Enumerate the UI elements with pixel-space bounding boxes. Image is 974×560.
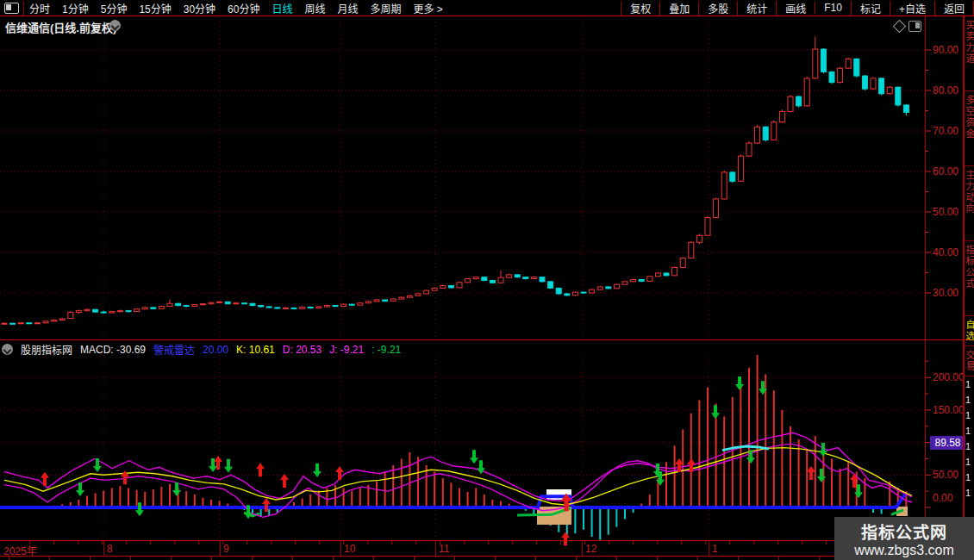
tab-标记[interactable]: 标记 bbox=[851, 1, 890, 16]
title-chevron-icon[interactable] bbox=[109, 20, 121, 31]
week-tick bbox=[295, 541, 296, 544]
week-tick bbox=[657, 541, 658, 544]
bottom-tick bbox=[171, 557, 172, 560]
window-icon[interactable] bbox=[4, 3, 19, 14]
panel-toggle-icon[interactable] bbox=[908, 21, 921, 32]
axis-vline bbox=[925, 16, 926, 556]
indicator-source: 股朋指标网 bbox=[21, 342, 72, 357]
sidebar-number[interactable]: 1 bbox=[965, 392, 974, 408]
year-label: 2025年 bbox=[3, 543, 37, 557]
bottom-tick bbox=[333, 557, 334, 560]
sidebar-number[interactable]: 1 bbox=[965, 485, 974, 501]
tab-多周期[interactable]: 多周期 bbox=[371, 1, 402, 16]
tab-月线[interactable]: 月线 bbox=[338, 1, 359, 16]
week-tick bbox=[705, 541, 706, 544]
tab-复权[interactable]: 复权 bbox=[621, 1, 659, 16]
bottom-tick bbox=[454, 557, 455, 560]
tab-返回[interactable]: 返回 bbox=[934, 1, 974, 16]
tab-叠加[interactable]: 叠加 bbox=[659, 1, 698, 16]
watermark-url: www.zbgs3.com bbox=[834, 543, 974, 558]
indicator-value-4: D: 20.53 bbox=[283, 344, 322, 356]
week-tick bbox=[222, 541, 223, 544]
month-label: 9 bbox=[223, 543, 229, 555]
sidebar-number[interactable]: 1 bbox=[965, 423, 974, 439]
bottom-tick bbox=[535, 557, 536, 560]
bottom-tick bbox=[211, 557, 212, 560]
bottom-tick bbox=[414, 557, 415, 560]
bottom-tick bbox=[657, 557, 658, 560]
toolbar-divider bbox=[0, 16, 974, 16]
tab-周线[interactable]: 周线 bbox=[304, 1, 325, 16]
week-tick bbox=[247, 541, 247, 544]
tab-1分钟[interactable]: 1分钟 bbox=[62, 1, 89, 16]
month-label: 10 bbox=[344, 543, 355, 555]
sidebar-item[interactable]: 多空资金 bbox=[965, 91, 974, 166]
bottom-tick bbox=[252, 557, 253, 560]
tab-5分钟[interactable]: 5分钟 bbox=[101, 1, 128, 16]
right-sidebar: 买卖力道多空资金主力动向指标公式自选交易11111111 bbox=[963, 16, 974, 560]
week-tick bbox=[826, 541, 827, 544]
watermark: 指标公式网 www.zbgs3.com bbox=[834, 517, 974, 560]
tab-60分钟[interactable]: 60分钟 bbox=[228, 1, 259, 16]
week-tick bbox=[78, 541, 78, 544]
week-tick bbox=[488, 541, 489, 544]
tab-分时[interactable]: 分时 bbox=[29, 1, 50, 16]
week-tick bbox=[367, 541, 368, 544]
sidebar-item[interactable]: 买卖力道 bbox=[965, 16, 974, 91]
sidebar-item-trade[interactable]: 交易 bbox=[965, 346, 974, 376]
indicator-chevron-icon[interactable] bbox=[2, 344, 13, 355]
tab-统计[interactable]: 统计 bbox=[737, 1, 776, 16]
tab-日线[interactable]: 日线 bbox=[272, 1, 292, 16]
month-separator bbox=[103, 541, 104, 556]
bottom-tick bbox=[373, 557, 374, 560]
dateaxis-bottom-line bbox=[0, 556, 974, 557]
period-tabs: 分时1分钟5分钟15分钟30分钟60分钟日线周线月线多周期更多 > bbox=[23, 1, 443, 16]
week-tick bbox=[29, 541, 30, 544]
sidebar-number[interactable]: 1 bbox=[965, 454, 974, 470]
week-tick bbox=[802, 541, 802, 544]
week-tick bbox=[609, 541, 609, 544]
sidebar-number[interactable]: 1 bbox=[965, 470, 974, 485]
bottom-tick bbox=[819, 557, 820, 560]
sidebar-item[interactable]: 指标公式 bbox=[965, 241, 974, 316]
tab-+自选[interactable]: +自选 bbox=[890, 1, 934, 16]
week-tick bbox=[102, 541, 103, 544]
tab-F10[interactable]: F10 bbox=[815, 2, 851, 14]
month-label: 1 bbox=[712, 543, 718, 555]
tab-画线[interactable]: 画线 bbox=[776, 1, 815, 16]
bottom-tick bbox=[738, 557, 739, 560]
month-label: 11 bbox=[439, 543, 449, 555]
week-tick bbox=[343, 541, 344, 544]
tab-多股[interactable]: 多股 bbox=[698, 1, 737, 16]
chart-canvas[interactable] bbox=[0, 0, 974, 560]
week-tick bbox=[536, 541, 537, 544]
sidebar-number[interactable]: 1 bbox=[965, 376, 974, 392]
tab-30分钟[interactable]: 30分钟 bbox=[184, 1, 215, 16]
week-tick bbox=[729, 541, 730, 544]
week-tick bbox=[584, 541, 585, 544]
month-separator bbox=[220, 541, 221, 556]
week-tick bbox=[271, 541, 272, 544]
week-tick bbox=[753, 541, 754, 544]
month-label: 12 bbox=[585, 543, 596, 555]
date-axis: 2025年 891011121 bbox=[0, 541, 974, 556]
indicator-value-5: J: -9.21 bbox=[329, 344, 364, 356]
indicator-value-1: 警戒雷达 bbox=[153, 342, 195, 357]
panel-divider bbox=[0, 339, 974, 340]
month-separator bbox=[340, 541, 341, 556]
week-tick bbox=[126, 541, 127, 544]
sidebar-item-favorites[interactable]: 自选 bbox=[965, 316, 974, 346]
sidebar-number[interactable]: 1 bbox=[965, 439, 974, 454]
tab-15分钟[interactable]: 15分钟 bbox=[139, 1, 171, 16]
week-tick bbox=[174, 541, 175, 544]
sidebar-number[interactable]: 1 bbox=[965, 408, 974, 423]
tab-更多 >[interactable]: 更多 > bbox=[414, 1, 443, 16]
sidebar-item[interactable]: 主力动向 bbox=[965, 166, 974, 241]
panel-value-badge: 89.58 bbox=[930, 436, 965, 450]
month-separator bbox=[582, 541, 583, 556]
stock-title: 信维通信(日线.前复权) bbox=[5, 19, 116, 35]
week-tick bbox=[198, 541, 199, 544]
week-tick bbox=[512, 541, 513, 544]
indicator-value-0: MACD: -30.69 bbox=[80, 344, 146, 356]
bottom-tick bbox=[697, 557, 698, 560]
